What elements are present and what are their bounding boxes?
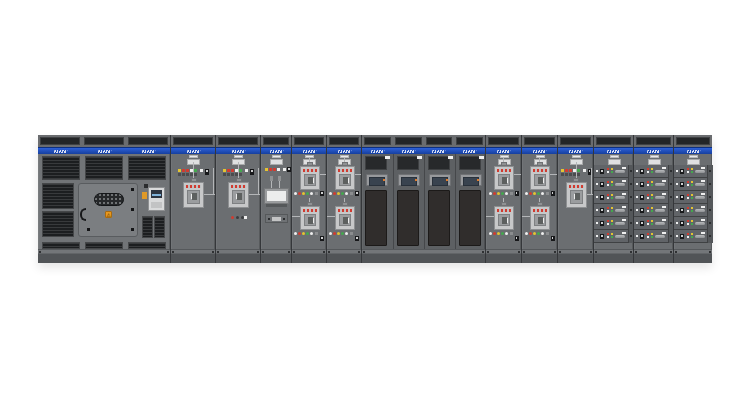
- drawer-handle[interactable]: [695, 222, 705, 225]
- hmi-display[interactable]: [398, 174, 420, 186]
- test-button[interactable]: [583, 169, 586, 172]
- control-switch-knob[interactable]: [551, 236, 555, 241]
- mcc-drawer-unit[interactable]: [674, 217, 707, 230]
- reset-button[interactable]: [546, 192, 549, 195]
- reset-button[interactable]: [510, 232, 513, 235]
- mcc-column-3[interactable]: [673, 135, 712, 263]
- acb-breaker[interactable]: [335, 206, 355, 230]
- acb-breaker[interactable]: [300, 166, 320, 190]
- mcc-drawer-unit[interactable]: [634, 178, 668, 191]
- mcc-drawer-unit[interactable]: [634, 165, 668, 178]
- control-switch-knob[interactable]: [320, 191, 324, 196]
- acb-breaker[interactable]: [566, 182, 587, 208]
- power-meter[interactable]: [148, 187, 165, 211]
- feeder-acb-stack-4[interactable]: [521, 135, 557, 263]
- drawer-switch-knob[interactable]: [680, 182, 684, 187]
- control-switch-knob[interactable]: [320, 236, 324, 241]
- drawer-switch-knob[interactable]: [600, 208, 604, 213]
- drawer-switch-knob[interactable]: [600, 234, 604, 239]
- drawer-switch-knob[interactable]: [640, 221, 644, 226]
- drawer-handle[interactable]: [655, 222, 665, 225]
- control-switch-knob[interactable]: [250, 169, 254, 175]
- test-button[interactable]: [283, 168, 286, 171]
- drawer-handle[interactable]: [695, 235, 705, 238]
- drawer-switch-knob[interactable]: [640, 208, 644, 213]
- mcc-drawer-unit[interactable]: [594, 165, 628, 178]
- drawer-handle[interactable]: [695, 196, 705, 199]
- main-panel-door[interactable]: ⚠: [78, 183, 138, 237]
- mcc-drawer-unit[interactable]: [674, 178, 707, 191]
- reset-button[interactable]: [350, 232, 353, 235]
- drawer-handle[interactable]: [615, 183, 625, 186]
- incomer-acb-1[interactable]: [170, 135, 215, 263]
- reset-button[interactable]: [546, 232, 549, 235]
- acb-breaker[interactable]: [530, 206, 550, 230]
- mcc-drawer-unit[interactable]: [674, 230, 707, 243]
- drawer-switch-knob[interactable]: [640, 234, 644, 239]
- mcc-drawer-unit[interactable]: [634, 230, 668, 243]
- drawer-handle[interactable]: [655, 209, 665, 212]
- drawer-switch-knob[interactable]: [680, 221, 684, 226]
- control-switch-knob[interactable]: [515, 191, 519, 196]
- mcc-drawer-unit[interactable]: [594, 204, 628, 217]
- mcc-drawer-unit[interactable]: [594, 217, 628, 230]
- reset-button[interactable]: [350, 192, 353, 195]
- drawer-handle[interactable]: [695, 209, 705, 212]
- drawer-handle[interactable]: [615, 235, 625, 238]
- drawer-handle[interactable]: [615, 209, 625, 212]
- acb-breaker[interactable]: [228, 182, 249, 208]
- control-switch-knob[interactable]: [355, 191, 359, 196]
- mcc-drawer-unit[interactable]: [594, 191, 628, 204]
- feeder-acb-stack-1[interactable]: [291, 135, 326, 263]
- blank-door[interactable]: [365, 190, 387, 246]
- main-control-panel[interactable]: ⚠: [38, 135, 170, 263]
- mcc-drawer-unit[interactable]: [594, 178, 628, 191]
- mcc-drawer-unit[interactable]: [674, 165, 707, 178]
- hmi-display[interactable]: [366, 174, 388, 186]
- acb-breaker[interactable]: [183, 182, 204, 208]
- drawer-switch-knob[interactable]: [600, 169, 604, 174]
- reset-button[interactable]: [315, 192, 318, 195]
- acb-breaker[interactable]: [494, 206, 514, 230]
- acb-breaker[interactable]: [530, 166, 550, 190]
- drawer-handle[interactable]: [695, 183, 705, 186]
- hmi-display[interactable]: [460, 174, 482, 186]
- reset-button[interactable]: [315, 232, 318, 235]
- drawer-handle[interactable]: [615, 222, 625, 225]
- drawer-switch-knob[interactable]: [680, 234, 684, 239]
- incomer-acb-2[interactable]: [215, 135, 260, 263]
- control-switch-knob[interactable]: [515, 236, 519, 241]
- drawer-handle[interactable]: [695, 170, 705, 173]
- mcc-drawer-unit[interactable]: [634, 191, 668, 204]
- test-button[interactable]: [245, 169, 248, 172]
- control-switch-knob[interactable]: [205, 169, 209, 175]
- metering-transformer[interactable]: [264, 188, 289, 204]
- blank-door[interactable]: [397, 190, 419, 246]
- reset-button[interactable]: [510, 192, 513, 195]
- mcc-drawer-unit[interactable]: [634, 204, 668, 217]
- drawer-handle[interactable]: [615, 196, 625, 199]
- drawer-switch-knob[interactable]: [640, 182, 644, 187]
- acb-breaker[interactable]: [335, 166, 355, 190]
- drawer-switch-knob[interactable]: [640, 169, 644, 174]
- mcc-drawer-unit[interactable]: [594, 230, 628, 243]
- metering-section[interactable]: [260, 135, 291, 263]
- drawer-switch-knob[interactable]: [680, 195, 684, 200]
- test-button[interactable]: [200, 169, 203, 172]
- hmi-display[interactable]: [429, 174, 451, 186]
- lamp-test-button[interactable]: [244, 216, 247, 219]
- mcc-column-2[interactable]: [633, 135, 673, 263]
- drawer-switch-knob[interactable]: [600, 221, 604, 226]
- control-hmi-section[interactable]: [361, 135, 485, 263]
- drawer-switch-knob[interactable]: [680, 169, 684, 174]
- acb-breaker[interactable]: [300, 206, 320, 230]
- drawer-handle[interactable]: [655, 170, 665, 173]
- drawer-handle[interactable]: [655, 235, 665, 238]
- acb-breaker[interactable]: [494, 166, 514, 190]
- mcc-column-1[interactable]: [593, 135, 633, 263]
- mcc-drawer-unit[interactable]: [634, 217, 668, 230]
- drawer-handle[interactable]: [655, 196, 665, 199]
- feeder-acb-stack-2[interactable]: [326, 135, 361, 263]
- control-switch-knob[interactable]: [551, 191, 555, 196]
- feeder-acb-stack-3[interactable]: [485, 135, 521, 263]
